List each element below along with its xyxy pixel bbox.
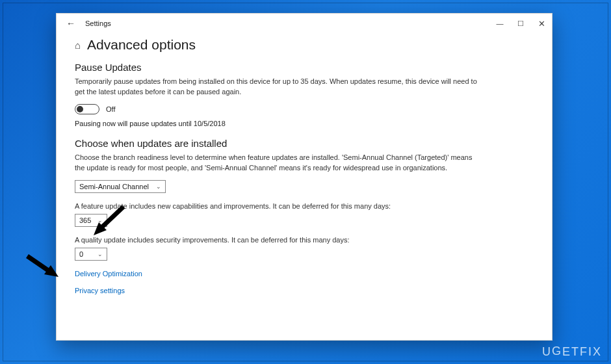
toggle-knob-icon bbox=[77, 106, 83, 112]
branch-readiness-select[interactable]: Semi-Annual Channel ⌄ bbox=[75, 180, 166, 193]
pause-note: Pausing now will pause updates until 10/… bbox=[75, 120, 534, 127]
feature-defer-select[interactable]: 365 ⌄ bbox=[75, 214, 107, 227]
pause-updates-heading: Pause Updates bbox=[75, 62, 534, 73]
app-title: Settings bbox=[85, 20, 111, 27]
feature-defer-value: 365 bbox=[79, 216, 91, 224]
feature-defer-label: A feature update includes new capabiliti… bbox=[75, 202, 534, 210]
chevron-down-icon: ⌄ bbox=[98, 217, 103, 224]
back-button[interactable]: ← bbox=[62, 14, 80, 32]
home-icon[interactable]: ⌂ bbox=[75, 40, 81, 51]
choose-when-description: Choose the branch readiness level to det… bbox=[75, 153, 478, 174]
branch-readiness-value: Semi-Annual Channel bbox=[79, 183, 149, 190]
pause-toggle-row: Off bbox=[75, 104, 534, 114]
pause-toggle[interactable] bbox=[75, 104, 99, 114]
minimize-icon: — bbox=[497, 20, 504, 27]
maximize-button[interactable]: ☐ bbox=[510, 14, 531, 33]
pause-updates-description: Temporarily pause updates from being ins… bbox=[75, 77, 478, 98]
watermark-text: UGETFIX bbox=[542, 345, 602, 359]
maximize-icon: ☐ bbox=[517, 20, 524, 28]
settings-window: ← Settings — ☐ ✕ ⌂ Advanced options Paus… bbox=[56, 13, 552, 341]
window-titlebar: ← Settings — ☐ ✕ bbox=[57, 14, 552, 33]
minimize-button[interactable]: — bbox=[489, 14, 510, 33]
quality-defer-label: A quality update includes security impro… bbox=[75, 236, 534, 244]
delivery-optimization-link[interactable]: Delivery Optimization bbox=[75, 270, 534, 278]
choose-when-heading: Choose when updates are installed bbox=[75, 138, 534, 149]
page-header: ⌂ Advanced options bbox=[75, 37, 534, 53]
page-title: Advanced options bbox=[87, 37, 196, 53]
chevron-down-icon: ⌄ bbox=[98, 251, 103, 257]
chevron-down-icon: ⌄ bbox=[156, 183, 161, 190]
content-area: ⌂ Advanced options Pause Updates Tempora… bbox=[57, 33, 552, 340]
close-button[interactable]: ✕ bbox=[531, 14, 552, 33]
privacy-settings-link[interactable]: Privacy settings bbox=[75, 287, 534, 294]
back-arrow-icon: ← bbox=[66, 18, 75, 29]
pause-toggle-label: Off bbox=[106, 105, 115, 113]
branch-select-block: Semi-Annual Channel ⌄ bbox=[75, 180, 534, 193]
quality-defer-value: 0 bbox=[79, 250, 83, 258]
close-icon: ✕ bbox=[538, 19, 545, 29]
quality-defer-select[interactable]: 0 ⌄ bbox=[75, 248, 107, 261]
window-controls: — ☐ ✕ bbox=[489, 14, 552, 33]
